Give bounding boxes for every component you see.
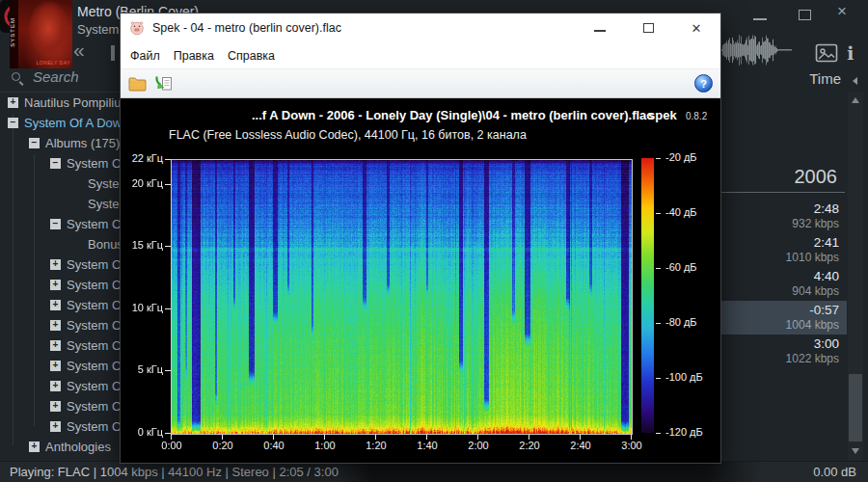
y-axis-label: 10 кГц (121, 302, 163, 313)
scroll-up-icon[interactable] (852, 97, 859, 103)
tree-item[interactable]: −System Of A Down (0, 113, 122, 133)
tree-item[interactable]: +System Of A Down (0, 295, 122, 315)
tree-item-label: System Of A Down (67, 419, 122, 434)
track-time: -0:57 (719, 303, 839, 318)
search-icon (12, 72, 20, 81)
tree-expander-icon[interactable]: + (50, 340, 61, 351)
y-axis-tick (165, 246, 171, 247)
tree-item-label: System Of A Down (67, 399, 122, 414)
tree-expander-icon[interactable]: + (8, 97, 18, 108)
tree-item[interactable]: +System Of A Down (0, 254, 122, 275)
tree-guide-line (13, 114, 14, 445)
spectrogram-plot (171, 159, 633, 435)
tree-item[interactable]: −System Of A Down (0, 214, 122, 234)
spek-toolbar: ? (121, 68, 720, 98)
db-label: -20 дБ (665, 151, 697, 163)
tree-item-label: System Of A Down (67, 359, 122, 373)
track-row[interactable]: 2:411010 kbps (719, 233, 847, 267)
y-axis-tick (165, 184, 171, 185)
scrollbar-thumb[interactable] (849, 374, 862, 442)
track-list-scrollbar[interactable] (848, 93, 863, 461)
collapse-sidebar-button[interactable]: « (73, 39, 85, 62)
column-collapse-arrow-icon[interactable] (853, 77, 857, 85)
track-row[interactable]: 2:48932 kbps (719, 200, 847, 233)
tree-expander-icon[interactable]: − (50, 158, 61, 169)
tree-expander-icon[interactable]: + (29, 442, 40, 452)
player-close-button[interactable]: × (837, 2, 847, 21)
tree-expander-icon[interactable]: + (50, 300, 61, 310)
tree-expander-icon[interactable]: + (50, 381, 61, 391)
db-label: -80 дБ (665, 316, 697, 328)
tree-item[interactable]: +System Of A Down (0, 275, 122, 295)
tree-item-label: Bonus (88, 237, 122, 252)
track-row[interactable]: 3:001022 kbps (719, 335, 847, 368)
tree-item[interactable]: +Nautilus Pompilius (0, 93, 122, 113)
spek-menu-bar: ФайлПравкаСправка (121, 42, 720, 68)
artwork-panel-icon[interactable] (815, 43, 838, 67)
tree-item[interactable]: +Anthologies (0, 437, 122, 457)
spek-spectrogram-panel: ...f A Down - 2006 - Lonely Day (Single)… (121, 99, 720, 463)
tree-item[interactable]: +System Of A Down (0, 396, 122, 416)
tree-item[interactable]: Bonus (0, 234, 122, 254)
spek-window: Spek - 04 - metro (berlin cover).flac ✕ … (121, 13, 720, 463)
tree-item[interactable]: +System Of A Down (0, 335, 122, 356)
menu-item[interactable]: Справка (221, 49, 282, 63)
tree-item[interactable]: System Of A Down (0, 174, 122, 194)
tree-expander-icon[interactable]: + (50, 421, 61, 432)
db-tick (656, 268, 661, 269)
track-bitrate: 1004 kbps (719, 318, 839, 333)
player-maximize-button[interactable] (799, 10, 811, 20)
tree-expander-icon[interactable]: − (29, 138, 40, 148)
screen: SYSTEM LONELY DAY Metro (Berlin Cover) S… (0, 0, 868, 482)
tree-item[interactable]: +System Of A Down (0, 356, 122, 376)
help-button[interactable]: ? (694, 74, 713, 93)
tree-expander-icon[interactable]: + (50, 401, 61, 412)
track-row[interactable]: -0:571004 kbps (719, 301, 847, 335)
column-header-time[interactable]: Time (762, 70, 841, 87)
tree-item[interactable]: +System Of A Down (0, 315, 122, 335)
info-panel-icon[interactable]: ℹ (847, 42, 854, 65)
search-input[interactable] (31, 67, 118, 86)
db-label: -120 дБ (665, 426, 703, 438)
tree-expander-icon[interactable]: + (50, 259, 61, 270)
db-color-scale (641, 158, 654, 433)
open-file-icon[interactable] (128, 76, 148, 92)
tree-expander-icon[interactable]: − (50, 219, 61, 229)
menu-item[interactable]: Правка (167, 49, 221, 63)
db-label: -60 дБ (665, 261, 697, 273)
y-axis-label: 20 кГц (121, 177, 163, 189)
tree-item-label: System Of A Down (67, 379, 122, 393)
tree-item[interactable]: System Of A Down (0, 194, 122, 214)
tree-guide-line (34, 154, 35, 426)
track-time: 4:40 (719, 269, 839, 284)
spek-title-bar[interactable]: Spek - 04 - metro (berlin cover).flac ✕ (121, 13, 720, 42)
tree-item[interactable]: −System Of A Down (0, 153, 122, 174)
spek-minimize-button[interactable] (576, 13, 624, 42)
x-axis-tick (273, 435, 274, 440)
tree-expander-icon[interactable]: + (50, 361, 61, 371)
save-spectrogram-icon[interactable] (154, 75, 173, 92)
tree-item[interactable]: +System Of A Down (0, 376, 122, 396)
tree-expander-icon[interactable]: + (50, 280, 61, 290)
tree-indent (71, 239, 82, 250)
partially-hidden-toolbar-button[interactable] (111, 45, 115, 61)
tree-item-label: System Of A Down (67, 278, 122, 292)
spek-version: 0.8.2 (686, 111, 707, 121)
scroll-down-icon[interactable] (852, 448, 859, 454)
waveform-seekbar[interactable] (720, 32, 794, 68)
menu-item[interactable]: Файл (123, 49, 167, 63)
player-minimize-button[interactable] (753, 18, 767, 20)
x-axis-label: 2:40 (561, 440, 600, 451)
tree-item[interactable]: −Albums (175) (0, 133, 122, 153)
track-bitrate: 932 kbps (719, 217, 839, 231)
spek-pig-icon (129, 20, 145, 36)
search-box[interactable] (12, 69, 120, 89)
tree-item-label: Anthologies (45, 440, 111, 454)
tree-item[interactable]: +System Of A Down (0, 416, 122, 437)
tree-item-label: System Of A Down (88, 176, 122, 191)
spek-close-button[interactable]: ✕ (672, 13, 720, 42)
tree-expander-icon[interactable]: + (50, 320, 61, 331)
tree-item-label: System Of A Down (67, 156, 122, 171)
spek-maximize-button[interactable] (624, 13, 672, 42)
track-row[interactable]: 4:40904 kbps (719, 267, 847, 301)
